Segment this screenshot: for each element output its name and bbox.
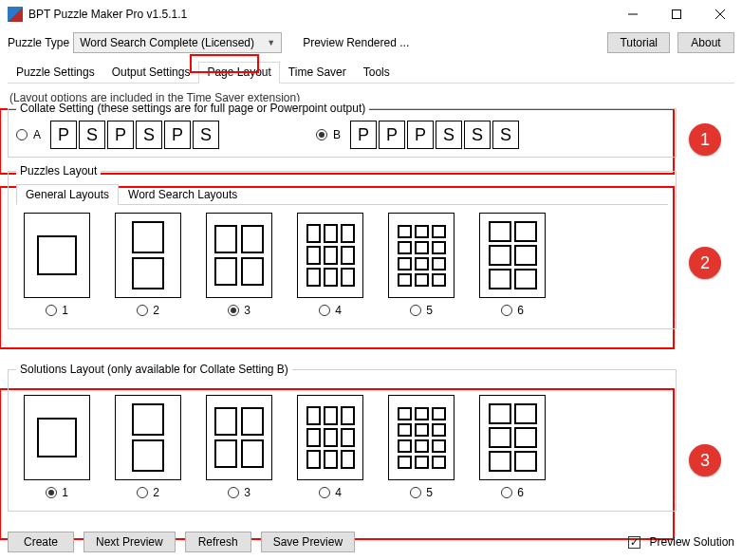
create-button[interactable]: Create xyxy=(8,532,74,552)
layout-thumb-1 xyxy=(24,395,90,480)
solutions-layout-radio-3[interactable] xyxy=(228,487,239,498)
layout-thumb-4 xyxy=(297,213,363,298)
save-preview-button[interactable]: Save Preview xyxy=(261,532,355,552)
titlebar: BPT Puzzle Maker Pro v1.5.1.1 xyxy=(0,0,742,28)
puzzles-layout-group: Puzzles Layout General LayoutsWord Searc… xyxy=(8,171,677,329)
layout-thumb-2 xyxy=(115,213,181,298)
layout-thumb-2 xyxy=(115,395,181,480)
collate-radio-b[interactable] xyxy=(316,129,327,140)
layout-thumb-6 xyxy=(479,395,546,480)
puzzles-legend: Puzzles Layout xyxy=(16,164,101,177)
solutions-layout-radio-6[interactable] xyxy=(501,487,512,498)
tab-tools[interactable]: Tools xyxy=(355,62,399,84)
window-title: BPT Puzzle Maker Pro v1.5.1.1 xyxy=(28,8,611,21)
tab-page-layout[interactable]: Page Layout xyxy=(198,62,279,84)
layout-thumb-4 xyxy=(297,395,363,480)
seq-cell: P xyxy=(407,121,434,149)
tab-output-settings[interactable]: Output Settings xyxy=(103,62,199,84)
annotation-badge-3: 3 xyxy=(689,444,721,476)
collate-group: Collate Setting (these settings are for … xyxy=(8,108,677,158)
puzzles-layout-row: 123456 xyxy=(16,205,668,321)
seq-cell: S xyxy=(193,121,219,149)
puzzle-type-value: Word Search Complete (Licensed) xyxy=(80,36,254,49)
status-text: Preview Rendered ... xyxy=(303,36,409,49)
refresh-button[interactable]: Refresh xyxy=(185,532,251,552)
maximize-button[interactable] xyxy=(655,0,698,28)
puzzles-layout-label-5: 5 xyxy=(426,304,433,317)
tab-puzzle-settings[interactable]: Puzzle Settings xyxy=(8,62,103,84)
seq-cell: S xyxy=(79,121,105,149)
layout-thumb-3 xyxy=(206,395,272,480)
seq-cell: P xyxy=(350,121,377,149)
puzzles-layout-label-6: 6 xyxy=(517,304,524,317)
solutions-layout-radio-5[interactable] xyxy=(410,487,421,498)
solutions-layout-group: Solutions Layout (only available for Col… xyxy=(8,369,677,512)
puzzles-layout-radio-4[interactable] xyxy=(319,305,330,316)
puzzles-layout-option-6[interactable]: 6 xyxy=(479,213,546,317)
subtab-word-search-layouts[interactable]: Word Search Layouts xyxy=(119,184,247,205)
puzzles-layout-radio-3[interactable] xyxy=(228,305,239,316)
puzzles-layout-label-1: 1 xyxy=(62,304,68,317)
puzzles-layout-option-1[interactable]: 1 xyxy=(24,213,90,317)
next-preview-button[interactable]: Next Preview xyxy=(83,532,176,552)
solutions-layout-option-1[interactable]: 1 xyxy=(24,395,90,499)
puzzles-layout-option-4[interactable]: 4 xyxy=(297,213,363,317)
layout-thumb-1 xyxy=(24,213,90,298)
layout-thumb-6 xyxy=(479,213,546,298)
seq-cell: P xyxy=(107,121,134,149)
collate-b-label: B xyxy=(333,128,341,141)
seq-cell: S xyxy=(492,121,519,149)
solutions-layout-option-2[interactable]: 2 xyxy=(115,395,181,499)
collate-legend: Collate Setting (these settings are for … xyxy=(16,102,369,115)
puzzles-layout-radio-6[interactable] xyxy=(501,305,512,316)
top-bar: Puzzle Type Word Search Complete (Licens… xyxy=(0,28,742,57)
minimize-button[interactable] xyxy=(611,0,655,28)
about-button[interactable]: About xyxy=(677,32,734,53)
seq-cell: S xyxy=(436,121,462,149)
solutions-layout-label-2: 2 xyxy=(153,486,159,499)
puzzle-type-dropdown[interactable]: Word Search Complete (Licensed) ▼ xyxy=(73,32,282,53)
seq-cell: S xyxy=(136,121,162,149)
subtab-general-layouts[interactable]: General Layouts xyxy=(16,184,119,205)
puzzles-subtabs: General LayoutsWord Search Layouts xyxy=(16,183,668,205)
solutions-layout-label-3: 3 xyxy=(244,486,250,499)
app-icon xyxy=(8,7,23,22)
collate-a-label: A xyxy=(33,128,41,141)
puzzles-layout-option-3[interactable]: 3 xyxy=(206,213,272,317)
puzzles-layout-radio-1[interactable] xyxy=(46,305,57,316)
puzzles-layout-radio-5[interactable] xyxy=(410,305,421,316)
solutions-layout-label-6: 6 xyxy=(517,486,524,499)
annotation-badge-1: 1 xyxy=(689,123,721,156)
solutions-legend: Solutions Layout (only available for Col… xyxy=(16,363,292,376)
tab-time-saver[interactable]: Time Saver xyxy=(280,62,355,84)
puzzles-layout-option-2[interactable]: 2 xyxy=(115,213,181,317)
preview-solution-checkbox[interactable] xyxy=(628,536,640,549)
puzzles-layout-label-2: 2 xyxy=(153,304,159,317)
chevron-down-icon: ▼ xyxy=(267,38,275,47)
solutions-layout-label-1: 1 xyxy=(62,486,68,499)
solutions-layout-radio-1[interactable] xyxy=(46,487,57,498)
close-button[interactable] xyxy=(698,0,742,28)
solutions-layout-option-6[interactable]: 6 xyxy=(479,395,546,499)
layout-thumb-5 xyxy=(388,213,454,298)
layout-thumb-5 xyxy=(388,395,454,480)
svg-rect-1 xyxy=(673,10,681,19)
solutions-layout-row: 123456 xyxy=(16,387,668,503)
collate-radio-a[interactable] xyxy=(16,129,28,140)
bottom-bar: Create Next Preview Refresh Save Preview… xyxy=(8,532,734,552)
solutions-layout-radio-4[interactable] xyxy=(319,487,330,498)
preview-solution-label: Preview Solution xyxy=(650,535,734,549)
solutions-layout-option-4[interactable]: 4 xyxy=(297,395,363,499)
solutions-layout-option-3[interactable]: 3 xyxy=(206,395,272,499)
tutorial-button[interactable]: Tutorial xyxy=(607,32,670,53)
solutions-layout-label-5: 5 xyxy=(426,486,433,499)
puzzles-layout-option-5[interactable]: 5 xyxy=(388,213,454,317)
puzzles-layout-radio-2[interactable] xyxy=(137,305,148,316)
solutions-layout-radio-2[interactable] xyxy=(137,487,148,498)
collate-sequence-a: PSPSPS xyxy=(50,121,219,149)
collate-sequence-b: PPPSSS xyxy=(350,121,519,149)
seq-cell: P xyxy=(164,121,191,149)
solutions-layout-option-5[interactable]: 5 xyxy=(388,395,454,499)
annotation-badge-2: 2 xyxy=(689,247,721,279)
main-tabs: Puzzle SettingsOutput SettingsPage Layou… xyxy=(8,61,734,84)
